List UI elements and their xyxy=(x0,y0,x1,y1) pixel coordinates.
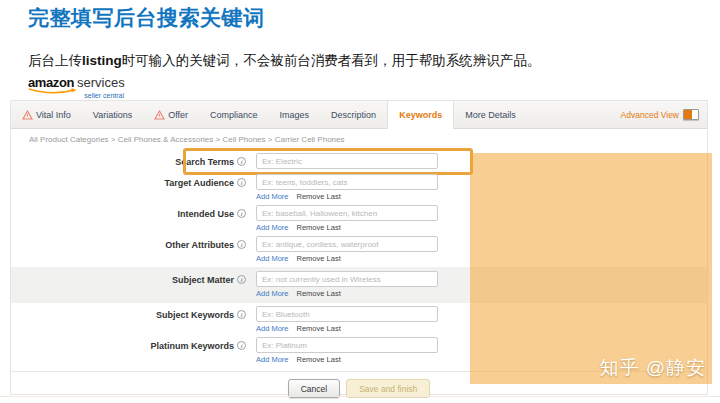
tab-label: Compliance xyxy=(210,110,258,120)
tab-keywords[interactable]: Keywords xyxy=(387,101,454,129)
field-label: Target Audience xyxy=(164,178,234,188)
tab-label: Vital Info xyxy=(36,110,71,120)
tab-compliance[interactable]: Compliance xyxy=(199,101,269,128)
field-label: Intended Use xyxy=(177,209,234,219)
subtitle-text: 后台上传 xyxy=(28,53,82,68)
page: 完整填写后台搜索关键词 后台上传listing时可输入的关键词，不会被前台消费者… xyxy=(0,0,720,403)
field-label: Subject Matter xyxy=(172,275,234,285)
warning-icon xyxy=(154,110,165,120)
info-icon[interactable]: i xyxy=(237,341,246,350)
tab-description[interactable]: Description xyxy=(320,101,387,128)
add-more-link[interactable]: Add More xyxy=(256,254,289,263)
search-terms-input[interactable] xyxy=(256,153,438,169)
add-more-link[interactable]: Add More xyxy=(256,223,289,232)
add-more-link[interactable]: Add More xyxy=(256,192,289,201)
platinum-keywords-input[interactable] xyxy=(256,337,438,353)
tab-label: Description xyxy=(331,110,376,120)
warning-icon xyxy=(22,110,33,120)
form-row-intended-use: Intended Usei Add MoreRemove Last xyxy=(11,205,707,233)
remove-last-link[interactable]: Remove Last xyxy=(297,254,341,263)
form-row-subject-keywords: Subject Keywordsi Add MoreRemove Last xyxy=(11,306,707,334)
remove-last-link[interactable]: Remove Last xyxy=(297,355,341,364)
target-audience-input[interactable] xyxy=(256,174,438,190)
form-row-other-attributes: Other Attributesi Add MoreRemove Last xyxy=(11,236,707,264)
advanced-view-toggle[interactable]: Advanced View xyxy=(621,101,699,128)
form-row-target-audience: Target Audiencei Add MoreRemove Last xyxy=(11,174,707,202)
field-label: Other Attributes xyxy=(165,240,234,250)
other-attributes-input[interactable] xyxy=(256,236,438,252)
intended-use-input[interactable] xyxy=(256,205,438,221)
divider xyxy=(0,396,720,397)
remove-last-link[interactable]: Remove Last xyxy=(297,324,341,333)
info-icon[interactable]: i xyxy=(237,209,246,218)
info-icon[interactable]: i xyxy=(237,178,246,187)
tab-label: Images xyxy=(280,110,310,120)
field-label: Platinum Keywords xyxy=(150,341,234,351)
tab-bar: Vital Info Variations Offer Compliance I… xyxy=(11,101,707,129)
tab-images[interactable]: Images xyxy=(269,101,321,128)
breadcrumb: All Product Categories > Cell Phones & A… xyxy=(11,129,707,148)
add-more-link[interactable]: Add More xyxy=(256,324,289,333)
form-row-subject-matter: Subject Matteri Add MoreRemove Last xyxy=(11,267,707,303)
subtitle-bold-word: listing xyxy=(82,53,122,68)
tab-label: Keywords xyxy=(399,110,442,120)
remove-last-link[interactable]: Remove Last xyxy=(297,289,341,298)
tab-label: Offer xyxy=(168,110,188,120)
seller-central-panel: Vital Info Variations Offer Compliance I… xyxy=(10,100,708,395)
amazon-services-logo: amazonservices seller central xyxy=(28,76,138,99)
subject-matter-input[interactable] xyxy=(256,271,438,287)
seller-central-label: seller central xyxy=(28,92,124,99)
advanced-view-label: Advanced View xyxy=(621,110,679,120)
page-subtitle: 后台上传listing时可输入的关键词，不会被前台消费者看到，用于帮助系统辨识产… xyxy=(28,52,540,70)
tab-more-details[interactable]: More Details xyxy=(454,101,527,128)
info-icon[interactable]: i xyxy=(237,240,246,249)
info-icon[interactable]: i xyxy=(237,310,246,319)
add-more-link[interactable]: Add More xyxy=(256,289,289,298)
field-label: Subject Keywords xyxy=(156,310,234,320)
info-icon[interactable]: i xyxy=(237,275,246,284)
subject-keywords-input[interactable] xyxy=(256,306,438,322)
keywords-form: Search Termsi Target Audiencei Add MoreR… xyxy=(11,148,707,398)
remove-last-link[interactable]: Remove Last xyxy=(297,223,341,232)
field-label: Search Terms xyxy=(175,157,234,167)
info-icon[interactable]: i xyxy=(237,157,246,166)
tab-label: More Details xyxy=(465,110,516,120)
toggle-switch-icon[interactable] xyxy=(683,109,699,120)
tab-variations[interactable]: Variations xyxy=(82,101,143,128)
tab-label: Variations xyxy=(93,110,132,120)
tab-offer[interactable]: Offer xyxy=(143,101,199,128)
form-row-platinum-keywords: Platinum Keywordsi Add MoreRemove Last xyxy=(11,337,707,365)
page-title: 完整填写后台搜索关键词 xyxy=(28,4,265,32)
amazon-wordmark: amazon xyxy=(28,75,74,90)
form-row-search-terms: Search Termsi xyxy=(11,153,707,171)
remove-last-link[interactable]: Remove Last xyxy=(297,192,341,201)
add-more-link[interactable]: Add More xyxy=(256,355,289,364)
services-wordmark: services xyxy=(77,75,125,90)
form-footer: Cancel Save and finish xyxy=(11,371,707,398)
tab-vital-info[interactable]: Vital Info xyxy=(11,101,82,128)
subtitle-text: 时可输入的关键词，不会被前台消费者看到，用于帮助系统辨识产品。 xyxy=(122,53,541,68)
